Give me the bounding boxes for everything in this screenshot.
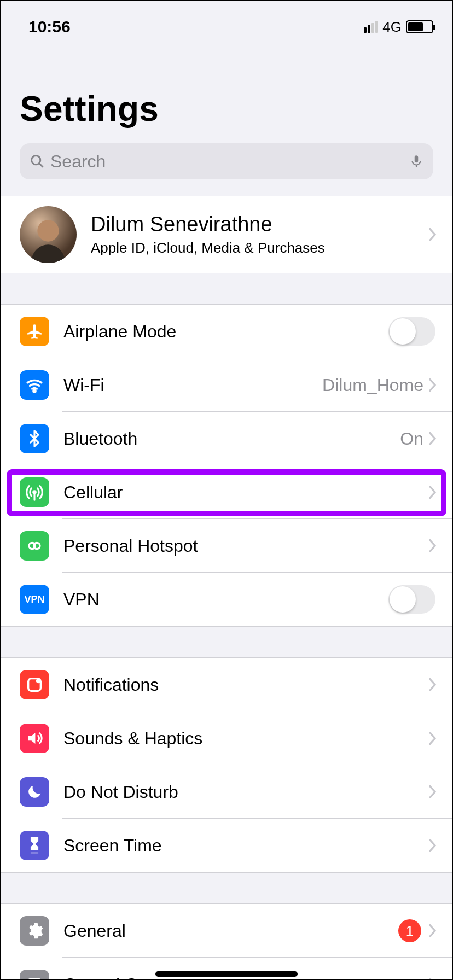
- row-label: Airplane Mode: [63, 322, 388, 342]
- row-do-not-disturb[interactable]: Do Not Disturb: [1, 765, 452, 819]
- chevron-right-icon: [429, 978, 437, 980]
- row-notifications[interactable]: Notifications: [1, 658, 452, 711]
- row-vpn[interactable]: VPN VPN: [1, 573, 452, 626]
- row-detail: Dilum_Home: [322, 375, 423, 395]
- network-label: 4G: [382, 19, 402, 36]
- row-screen-time[interactable]: Screen Time: [1, 819, 452, 872]
- svg-line-1: [39, 164, 43, 167]
- wifi-icon: [20, 370, 49, 400]
- bluetooth-icon: [20, 424, 49, 453]
- chevron-right-icon: [429, 839, 437, 852]
- row-wifi[interactable]: Wi-Fi Dilum_Home: [1, 358, 452, 412]
- search-input[interactable]: Search: [20, 143, 433, 179]
- row-label: Wi-Fi: [63, 375, 322, 395]
- status-bar: 10:56 4G: [1, 1, 452, 45]
- general-group: General 1 Control Center: [1, 903, 452, 980]
- svg-point-5: [33, 390, 36, 392]
- svg-point-11: [36, 679, 41, 684]
- dictate-icon[interactable]: [409, 154, 423, 168]
- status-right: 4G: [364, 19, 433, 36]
- chevron-right-icon: [429, 924, 437, 937]
- row-detail: On: [400, 429, 423, 449]
- row-label: VPN: [63, 590, 388, 610]
- row-cellular[interactable]: Cellular: [1, 465, 452, 519]
- page-header: Settings: [1, 45, 452, 139]
- chevron-right-icon: [429, 486, 437, 499]
- row-personal-hotspot[interactable]: Personal Hotspot: [1, 519, 452, 573]
- row-label: Screen Time: [63, 836, 429, 856]
- status-time: 10:56: [28, 18, 71, 36]
- hourglass-icon: [20, 831, 49, 860]
- row-label: Personal Hotspot: [63, 536, 429, 556]
- cellular-signal-icon: [364, 21, 378, 33]
- chevron-right-icon: [429, 378, 437, 392]
- row-general[interactable]: General 1: [1, 904, 452, 958]
- control-center-icon: [20, 970, 49, 980]
- search-icon: [30, 154, 45, 169]
- search-placeholder: Search: [50, 151, 106, 172]
- row-label: Bluetooth: [63, 429, 400, 449]
- notification-badge: 1: [398, 919, 421, 942]
- row-label: Cellular: [63, 482, 429, 503]
- chevron-right-icon: [429, 732, 437, 745]
- chevron-right-icon: [429, 228, 437, 241]
- avatar: [20, 206, 77, 263]
- profile-group: Dilum Senevirathne Apple ID, iCloud, Med…: [1, 196, 452, 273]
- row-label: Do Not Disturb: [63, 782, 429, 802]
- row-label: General: [63, 921, 398, 941]
- row-airplane-mode[interactable]: Airplane Mode: [1, 305, 452, 358]
- vpn-icon: VPN: [20, 585, 49, 614]
- row-label: Notifications: [63, 675, 429, 695]
- svg-rect-2: [415, 155, 419, 162]
- profile-subtitle: Apple ID, iCloud, Media & Purchases: [91, 240, 429, 256]
- home-indicator[interactable]: [155, 971, 298, 977]
- chevron-right-icon: [429, 539, 437, 552]
- hotspot-icon: [20, 531, 49, 561]
- airplane-toggle[interactable]: [388, 317, 435, 346]
- battery-icon: [406, 20, 433, 33]
- svg-point-9: [34, 542, 40, 549]
- connectivity-group: Airplane Mode Wi-Fi Dilum_Home Bluetooth…: [1, 304, 452, 627]
- airplane-icon: [20, 317, 49, 346]
- profile-row[interactable]: Dilum Senevirathne Apple ID, iCloud, Med…: [1, 196, 452, 273]
- sounds-icon: [20, 724, 49, 753]
- svg-point-0: [32, 156, 40, 165]
- row-label: Sounds & Haptics: [63, 728, 429, 749]
- cellular-icon: [20, 477, 49, 507]
- notifications-icon: [20, 670, 49, 699]
- page-title: Settings: [20, 89, 433, 129]
- vpn-icon-text: VPN: [24, 594, 44, 605]
- chevron-right-icon: [429, 432, 437, 445]
- vpn-toggle[interactable]: [388, 585, 435, 614]
- alerts-group: Notifications Sounds & Haptics Do Not Di…: [1, 657, 452, 873]
- svg-point-4: [37, 220, 59, 241]
- profile-name: Dilum Senevirathne: [91, 213, 429, 236]
- chevron-right-icon: [429, 785, 437, 798]
- moon-icon: [20, 777, 49, 807]
- gear-icon: [20, 916, 49, 946]
- row-sounds[interactable]: Sounds & Haptics: [1, 711, 452, 765]
- row-bluetooth[interactable]: Bluetooth On: [1, 412, 452, 465]
- chevron-right-icon: [429, 678, 437, 691]
